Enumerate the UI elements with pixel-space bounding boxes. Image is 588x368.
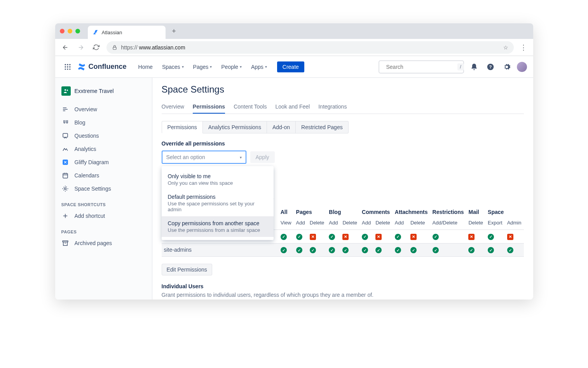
- lock-icon: [112, 45, 117, 50]
- svg-point-4: [65, 66, 66, 67]
- svg-point-3: [69, 64, 70, 65]
- svg-rect-19: [63, 241, 68, 242]
- atlassian-favicon-icon: [92, 29, 99, 35]
- space-name: Exxtreme Travel: [75, 88, 114, 94]
- app-header: Confluence HomeSpaces▾Pages▾People▾Apps▾…: [55, 56, 533, 78]
- browser-menu-button[interactable]: ⋮: [518, 43, 529, 52]
- override-select[interactable]: Select an option ▾ Only visible to meOnl…: [162, 151, 246, 164]
- dropdown-option-2[interactable]: Copy permissions from another spaceUse t…: [162, 216, 274, 237]
- reload-button[interactable]: [91, 42, 102, 53]
- svg-point-8: [67, 68, 68, 70]
- search-input[interactable]: [386, 64, 454, 70]
- back-button[interactable]: [60, 42, 71, 53]
- confluence-logo[interactable]: Confluence: [77, 62, 127, 72]
- svg-point-2: [67, 64, 68, 65]
- svg-rect-15: [63, 133, 68, 137]
- content: Space Settings OverviewPermissionsConten…: [152, 78, 533, 300]
- svg-point-13: [65, 89, 66, 91]
- nav-home[interactable]: Home: [134, 61, 157, 72]
- settings-tabs: OverviewPermissionsContent ToolsLook and…: [162, 100, 524, 114]
- subtab-add-on[interactable]: Add-on: [267, 121, 296, 133]
- url-protocol: https://: [121, 44, 138, 51]
- override-label: Override all permissions: [162, 140, 524, 147]
- app-switcher-icon[interactable]: [61, 61, 74, 73]
- url-host: www.atlassian.com: [139, 44, 185, 51]
- new-tab-button[interactable]: +: [169, 26, 180, 37]
- svg-rect-0: [113, 47, 116, 49]
- tab-content-tools[interactable]: Content Tools: [234, 100, 267, 114]
- user-avatar[interactable]: [517, 62, 527, 72]
- sidebar-item-questions[interactable]: Questions: [58, 129, 149, 142]
- maximize-window-button[interactable]: [75, 29, 80, 33]
- sidebar-add-shortcut[interactable]: Add shortcut: [58, 209, 149, 223]
- nav-pages[interactable]: Pages▾: [189, 61, 216, 72]
- table-row: site-admins✓✓✓✓✓✓✓✓✓✓✓✓✓: [162, 243, 524, 257]
- logo-text: Confluence: [89, 63, 127, 71]
- sidebar-item-overview[interactable]: Overview: [58, 103, 149, 116]
- plus-icon: [61, 212, 69, 220]
- close-window-button[interactable]: [60, 29, 65, 33]
- tab-overview[interactable]: Overview: [162, 100, 184, 114]
- browser-tab[interactable]: Atlassian: [88, 26, 166, 39]
- svg-point-7: [65, 68, 66, 70]
- sidebar-item-gliffy-diagram[interactable]: Gliffy Diagram: [58, 156, 149, 169]
- svg-point-14: [66, 89, 68, 91]
- sidebar-archived-pages[interactable]: Archived pages: [58, 237, 149, 250]
- sidebar-item-analytics[interactable]: Analytics: [58, 142, 149, 156]
- svg-rect-17: [63, 173, 68, 178]
- search-keyboard-shortcut: /: [457, 63, 464, 70]
- svg-point-6: [69, 66, 70, 67]
- page-title: Space Settings: [162, 84, 524, 95]
- sidebar-item-blog[interactable]: Blog: [58, 116, 149, 129]
- svg-text:?: ?: [489, 65, 492, 69]
- edit-permissions-button[interactable]: Edit Permissions: [162, 264, 212, 275]
- sidebar-section-shortcuts: SPACE SHORTCUTS: [58, 195, 149, 209]
- help-icon[interactable]: ?: [484, 61, 497, 73]
- override-dropdown: Only visible to meOnly you can view this…: [162, 166, 274, 240]
- apply-button[interactable]: Apply: [250, 151, 275, 163]
- sidebar: Exxtreme Travel OverviewBlogQuestionsAna…: [55, 78, 152, 300]
- tab-look-and-feel[interactable]: Look and Feel: [275, 100, 310, 114]
- dropdown-option-1[interactable]: Default permissionsUse the space permiss…: [162, 190, 274, 216]
- forward-button[interactable]: [75, 42, 86, 53]
- space-icon: [61, 86, 71, 96]
- settings-gear-icon[interactable]: [501, 61, 513, 73]
- dropdown-option-0[interactable]: Only visible to meOnly you can view this…: [162, 169, 274, 190]
- tab-permissions[interactable]: Permissions: [193, 100, 225, 114]
- nav-people[interactable]: People▾: [217, 61, 246, 72]
- browser-toolbar: https:// www.atlassian.com ☆ ⋮: [55, 39, 533, 56]
- nav-apps[interactable]: Apps▾: [247, 61, 271, 72]
- sidebar-item-calendars[interactable]: Calendars: [58, 169, 149, 182]
- space-header[interactable]: Exxtreme Travel: [58, 84, 149, 98]
- chevron-down-icon: ▾: [240, 155, 242, 159]
- permission-subtabs: PermissionsAnalytics PermissionsAdd-onRe…: [162, 121, 524, 133]
- traffic-lights: [60, 29, 80, 33]
- bookmark-star-icon[interactable]: ☆: [503, 44, 508, 51]
- svg-point-18: [64, 188, 66, 190]
- browser-tab-strip: Atlassian +: [55, 23, 533, 39]
- subtab-permissions[interactable]: Permissions: [162, 121, 203, 133]
- svg-point-1: [65, 64, 66, 65]
- tab-integrations[interactable]: Integrations: [318, 100, 347, 114]
- search-box[interactable]: /: [379, 60, 464, 74]
- nav-spaces[interactable]: Spaces▾: [158, 61, 188, 72]
- minimize-window-button[interactable]: [68, 29, 72, 33]
- subtab-restricted-pages[interactable]: Restricted Pages: [296, 121, 349, 133]
- top-nav: HomeSpaces▾Pages▾People▾Apps▾: [134, 61, 271, 72]
- confluence-logo-icon: [77, 62, 86, 72]
- sidebar-section-pages: PAGES: [58, 223, 149, 237]
- users-section-desc: Grant permissions to individual users, r…: [162, 292, 524, 298]
- create-button[interactable]: Create: [277, 61, 304, 72]
- tab-title: Atlassian: [102, 30, 122, 35]
- svg-point-9: [69, 68, 70, 70]
- sidebar-item-space-settings[interactable]: Space Settings: [58, 182, 149, 195]
- svg-point-5: [67, 66, 68, 67]
- url-bar[interactable]: https:// www.atlassian.com ☆: [106, 41, 514, 54]
- subtab-analytics-permissions[interactable]: Analytics Permissions: [203, 121, 267, 133]
- archive-icon: [61, 239, 69, 247]
- notifications-icon[interactable]: [468, 61, 480, 73]
- users-section-header: Individual Users: [162, 283, 524, 289]
